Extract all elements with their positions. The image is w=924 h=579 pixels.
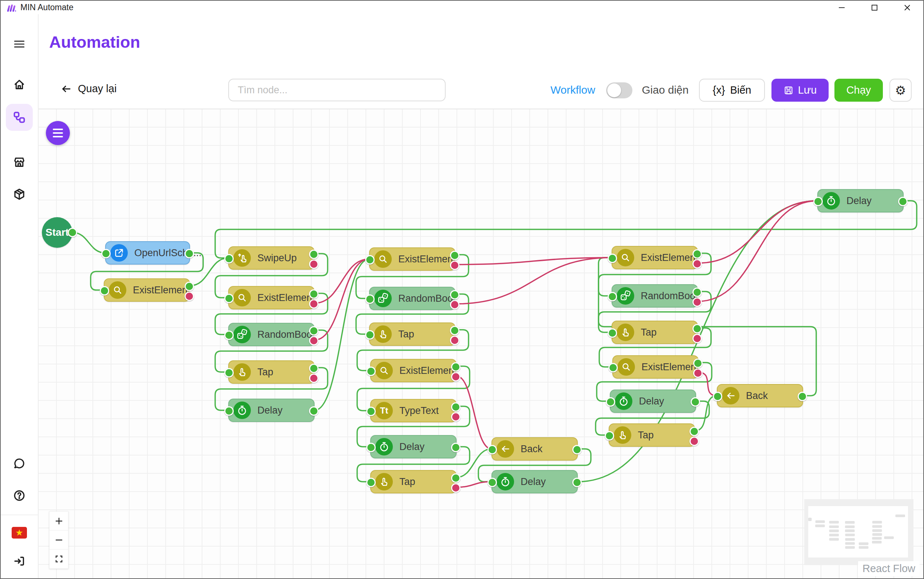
output-handle-fail[interactable] [309, 373, 319, 383]
input-handle[interactable] [366, 443, 376, 452]
flow-node-existelement[interactable]: ExistElement [612, 246, 698, 269]
output-handle-fail[interactable] [693, 334, 702, 343]
sidebar-item-automation[interactable] [6, 104, 33, 131]
flow-node-back[interactable]: Back [492, 437, 578, 461]
output-handle-success[interactable] [450, 326, 460, 335]
output-handle-success[interactable] [451, 402, 461, 412]
input-handle[interactable] [224, 330, 234, 340]
output-handle-fail[interactable] [184, 291, 194, 301]
input-handle[interactable] [608, 254, 617, 263]
output-handle-fail[interactable] [693, 368, 702, 378]
output-handle-success[interactable] [898, 197, 908, 206]
input-handle[interactable] [224, 294, 234, 303]
flow-node-existelement[interactable]: ExistElement [369, 247, 455, 271]
input-handle[interactable] [608, 363, 618, 372]
flow-node-delay[interactable]: Delay [610, 389, 696, 413]
output-handle-success[interactable] [184, 282, 194, 291]
flow-node-typetext[interactable]: TtTypeText [370, 399, 456, 422]
minimap[interactable] [804, 499, 913, 565]
flow-node-existelement[interactable]: ExistElement [370, 359, 456, 382]
fit-view-button[interactable] [49, 550, 68, 568]
output-handle-fail[interactable] [693, 259, 702, 268]
output-handle-fail[interactable] [451, 372, 461, 381]
output-handle-success[interactable] [309, 290, 319, 299]
flow-node-start[interactable]: Start [42, 217, 72, 248]
flow-node-existelement[interactable]: ExistElement [612, 355, 699, 379]
input-handle[interactable] [487, 445, 497, 455]
input-handle[interactable] [224, 254, 234, 263]
flow-node-tap[interactable]: Tap [609, 424, 695, 447]
run-button[interactable]: Chạy [834, 79, 883, 101]
output-handle-success[interactable] [691, 397, 700, 407]
back-button[interactable]: Quay lại [60, 83, 116, 95]
settings-button[interactable]: ⚙ [890, 79, 912, 101]
sidebar-item-help[interactable] [13, 489, 26, 502]
output-handle-success[interactable] [451, 443, 461, 452]
flow-node-delay[interactable]: Delay [370, 435, 456, 458]
zoom-out-button[interactable] [49, 530, 68, 550]
output-handle-fail[interactable] [450, 260, 460, 270]
output-handle-success[interactable] [693, 358, 702, 368]
input-handle[interactable] [813, 197, 823, 206]
input-handle[interactable] [100, 286, 109, 296]
flow-node-randombool[interactable]: RandomBool [369, 287, 455, 310]
input-handle[interactable] [366, 407, 376, 416]
flow-node-back[interactable]: Back [717, 384, 803, 407]
output-handle-success[interactable] [451, 362, 461, 372]
flow-node-delay[interactable]: Delay [228, 399, 315, 422]
zoom-in-button[interactable] [49, 512, 68, 530]
flow-node-tap[interactable]: Tap [370, 470, 456, 493]
output-handle-success[interactable] [450, 290, 460, 299]
flow-node-randombool[interactable]: RandomBool [228, 323, 315, 346]
output-handle-success[interactable] [572, 445, 582, 455]
flow-node-tap[interactable]: Tap [612, 321, 698, 344]
sidebar-menu-button[interactable] [12, 37, 26, 51]
output-handle-success[interactable] [309, 326, 319, 335]
output-handle-fail[interactable] [451, 412, 461, 422]
flow-node-delay[interactable]: Delay [492, 470, 578, 493]
flow-node-randombool[interactable]: RandomBool [612, 284, 698, 307]
output-handle-success[interactable] [693, 249, 702, 259]
input-handle[interactable] [366, 366, 376, 376]
output-handle-fail[interactable] [689, 437, 699, 446]
output-handle-success[interactable] [309, 364, 319, 373]
flow-node-existelement[interactable]: ExistElement [228, 286, 315, 309]
input-handle[interactable] [606, 397, 615, 407]
sidebar-item-store[interactable] [13, 155, 26, 169]
variables-button[interactable]: {x} Biến [699, 79, 765, 101]
input-handle[interactable] [365, 255, 375, 265]
output-handle-success[interactable] [309, 406, 319, 416]
flow-node-tap[interactable]: Tap [228, 360, 315, 384]
flow-node-openurlsche[interactable]: OpenUrlSche... [105, 241, 190, 265]
input-handle[interactable] [608, 328, 617, 338]
input-handle[interactable] [101, 249, 111, 258]
input-handle[interactable] [487, 478, 497, 487]
node-menu-fab[interactable] [46, 121, 70, 145]
output-handle-success[interactable] [309, 250, 319, 259]
flow-node-swipeup[interactable]: SwipeUp [228, 246, 315, 270]
input-handle[interactable] [366, 478, 376, 487]
input-handle[interactable] [713, 392, 722, 401]
search-node-input[interactable] [228, 79, 446, 101]
flow-node-tap[interactable]: Tap [369, 322, 455, 346]
input-handle[interactable] [365, 294, 375, 304]
language-switcher[interactable]: ★ [11, 527, 27, 538]
output-handle-fail[interactable] [450, 335, 460, 345]
flow-node-delay[interactable]: Delay [817, 189, 904, 213]
output-handle-success[interactable] [689, 427, 699, 436]
output-handle-fail[interactable] [309, 336, 319, 345]
input-handle[interactable] [605, 431, 614, 440]
output-handle-success[interactable] [798, 392, 807, 401]
sidebar-item-feedback[interactable] [13, 457, 26, 470]
sidebar-item-logout[interactable] [13, 554, 26, 568]
output-handle-success[interactable] [693, 324, 702, 334]
view-mode-toggle[interactable] [606, 82, 632, 98]
flow-node-existelement[interactable]: ExistElement [104, 278, 190, 302]
sidebar-item-home[interactable] [13, 78, 26, 91]
input-handle[interactable] [365, 330, 375, 340]
output-handle-success[interactable] [68, 228, 77, 237]
input-handle[interactable] [224, 368, 234, 378]
save-button[interactable]: Lưu [771, 79, 829, 101]
output-handle-fail[interactable] [309, 299, 319, 309]
input-handle[interactable] [224, 406, 234, 416]
